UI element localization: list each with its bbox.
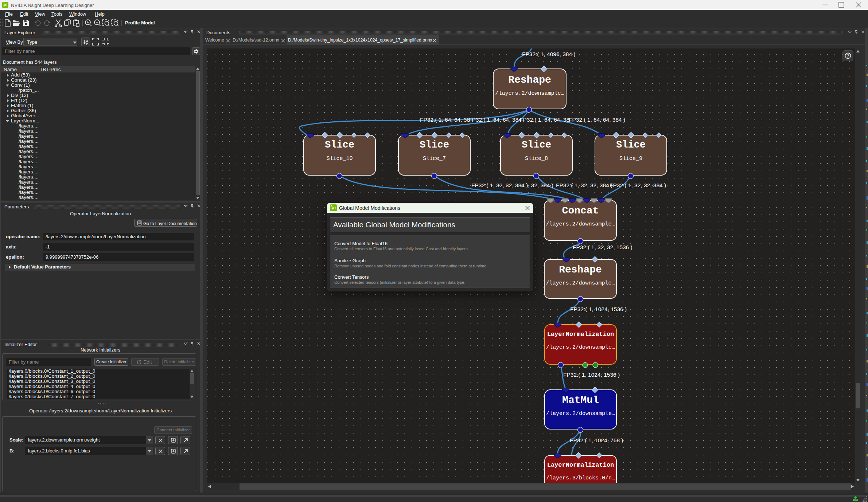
svg-text:A: A [86,39,88,43]
svg-text:Z: Z [86,43,88,46]
